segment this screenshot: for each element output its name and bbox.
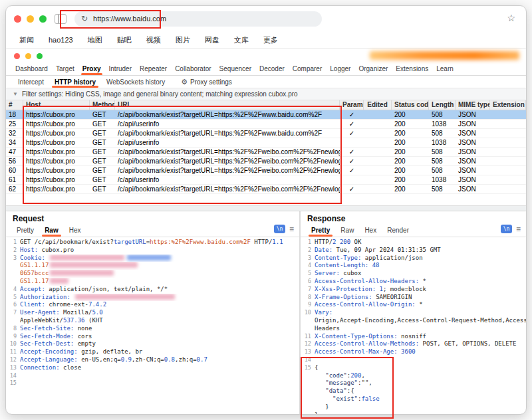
- response-tab-raw[interactable]: Raw: [335, 225, 359, 237]
- address-bar[interactable]: ↻ https://www.baidu.com: [74, 11, 322, 27]
- col-host[interactable]: Host: [23, 100, 90, 110]
- tab-logger[interactable]: Logger: [326, 64, 354, 75]
- col-length[interactable]: Length: [429, 100, 456, 110]
- request-tab-hex[interactable]: Hex: [64, 225, 86, 237]
- request-code[interactable]: 1GET /c/api/bookmark/exist?targetURL=htt…: [6, 237, 299, 414]
- cell-status-code: 200: [392, 129, 429, 138]
- burp-zoom-button[interactable]: [37, 53, 43, 59]
- tab-repeater[interactable]: Repeater: [136, 64, 171, 75]
- editor-menu-icon[interactable]: ≡: [516, 225, 521, 233]
- url-text[interactable]: https://www.baidu.com: [93, 15, 166, 23]
- col-edited[interactable]: Edited: [364, 100, 392, 110]
- line-content: {: [315, 364, 526, 372]
- burp-minimize-button[interactable]: [25, 53, 31, 59]
- line-content: GET /c/api/bookmark/exist?targetURL=http…: [20, 239, 299, 247]
- line-number: 15: [6, 379, 20, 387]
- subtab-http-history[interactable]: HTTP history: [49, 77, 101, 88]
- request-tab-raw[interactable]: Raw: [39, 225, 64, 237]
- http-history-row[interactable]: 25https://cubox.proGET/c/api/userinfo✓20…: [6, 120, 526, 129]
- request-tab-pretty[interactable]: Pretty: [11, 225, 39, 237]
- sidebar-toggle-icon[interactable]: [55, 14, 66, 24]
- proxy-settings-button[interactable]: ⚙Proxy settings: [181, 78, 232, 88]
- response-tab-hex[interactable]: Hex: [359, 225, 382, 237]
- bookmark-item[interactable]: 文库: [234, 35, 249, 45]
- http-history-row[interactable]: 18https://cubox.proGET/c/api/bookmark/ex…: [6, 110, 526, 120]
- col-method[interactable]: Method: [90, 100, 115, 110]
- tab-organizer[interactable]: Organizer: [354, 64, 392, 75]
- tab-extensions[interactable]: Extensions: [392, 64, 432, 75]
- cell-params: ✓: [340, 120, 364, 128]
- cell-params: ✓: [340, 129, 364, 138]
- line-content: X-Xss-Protection: 1; mode=block: [315, 286, 526, 294]
- tab-target[interactable]: Target: [52, 64, 78, 75]
- tab-sequencer[interactable]: Sequencer: [215, 64, 255, 75]
- bookmark-item[interactable]: 新闻: [19, 35, 34, 45]
- gear-icon: ⚙: [181, 78, 188, 86]
- bookmark-item[interactable]: 贴吧: [117, 35, 132, 45]
- tab-decoder[interactable]: Decoder: [255, 64, 289, 75]
- editor-menu-icon[interactable]: ≡: [289, 225, 294, 233]
- bookmark-item[interactable]: 更多: [263, 35, 278, 45]
- http-history-row[interactable]: 56https://cubox.proGET/c/api/bookmark/ex…: [6, 157, 526, 166]
- http-history-table: #HostMethodURLParamsEditedStatus codeLen…: [6, 100, 526, 205]
- cell-method: GET: [90, 129, 115, 138]
- http-history-row[interactable]: 34https://cubox.proGET/c/api/userinfo200…: [6, 138, 526, 148]
- tab-proxy[interactable]: Proxy: [78, 64, 105, 75]
- line-number: 5: [6, 294, 20, 302]
- code-token: {: [315, 364, 318, 371]
- http-history-row[interactable]: 61https://cubox.proGET/c/api/userinfo200…: [6, 175, 526, 185]
- line-number: [301, 411, 315, 414]
- line-number: 14: [6, 372, 20, 380]
- col-mime-type[interactable]: MIME type: [456, 100, 490, 110]
- http-history-row[interactable]: 62https://cubox.proGET/c/api/bookmark/ex…: [6, 185, 526, 194]
- tab-dashboard[interactable]: Dashboard: [11, 64, 52, 75]
- cell-extension: [490, 120, 526, 128]
- burp-close-button[interactable]: [14, 53, 20, 59]
- bookmark-item[interactable]: 图片: [176, 35, 190, 45]
- filter-settings-bar[interactable]: ▼ Filter settings: Hiding CSS, image and…: [6, 88, 526, 100]
- tab-intruder[interactable]: Intruder: [105, 64, 136, 75]
- response-tab-render[interactable]: Render: [382, 225, 414, 237]
- line-number: [6, 278, 20, 286]
- code-line: 12Accept-Language: en-US,en;q=0.9,zh-CN;…: [6, 356, 299, 364]
- wrap-lines-icon[interactable]: \n: [274, 225, 285, 233]
- tab-comparer[interactable]: Comparer: [289, 64, 326, 75]
- bookmark-item[interactable]: 视频: [146, 35, 161, 45]
- line-content: Authorization:: [20, 294, 299, 302]
- subtab-intercept[interactable]: Intercept: [13, 77, 49, 88]
- code-token: 0.7: [197, 356, 207, 363]
- horizontal-splitter[interactable]: [6, 205, 526, 211]
- http-history-row[interactable]: 60https://cubox.proGET/c/api/bookmark/ex…: [6, 166, 526, 175]
- code-line: Headers: [301, 325, 526, 333]
- cell-params: [340, 175, 364, 184]
- http-history-row[interactable]: 47https://cubox.proGET/c/api/bookmark/ex…: [6, 148, 526, 157]
- col-url[interactable]: URL: [115, 100, 340, 110]
- http-history-row[interactable]: 32https://cubox.proGET/c/api/bookmark/ex…: [6, 129, 526, 138]
- bookmark-item[interactable]: hao123: [49, 36, 73, 44]
- tab-learn[interactable]: Learn: [432, 64, 458, 75]
- cell-host: https://cubox.pro: [23, 166, 90, 175]
- zoom-window-button[interactable]: [39, 15, 47, 23]
- subtab-websockets-history[interactable]: WebSockets history: [101, 77, 170, 88]
- close-window-button[interactable]: [14, 15, 21, 23]
- minimize-window-button[interactable]: [27, 15, 34, 23]
- response-tab-pretty[interactable]: Pretty: [306, 225, 335, 237]
- col-num[interactable]: #: [6, 100, 23, 110]
- code-line: 8Sec-Fetch-Site: none: [6, 325, 299, 333]
- cell-mime-type: JSON: [456, 166, 490, 175]
- code-token: cors: [78, 333, 92, 340]
- reload-icon[interactable]: ↻: [81, 15, 88, 23]
- col-params[interactable]: Params: [340, 100, 364, 110]
- response-code[interactable]: 1HTTP/2 200 OK2Date: Tue, 09 Apr 2024 01…: [301, 237, 526, 414]
- bookmark-star-icon[interactable]: ☆: [507, 13, 515, 23]
- code-token: 200: [340, 239, 350, 245]
- line-number: 1: [6, 239, 20, 247]
- bookmark-item[interactable]: 网盘: [205, 35, 219, 45]
- code-token: 0657bccc: [20, 270, 49, 276]
- col-status-code[interactable]: Status code: [392, 100, 429, 110]
- code-line: 11Accept-Encoding: gzip, deflate, br: [6, 348, 299, 356]
- wrap-lines-icon[interactable]: \n: [501, 225, 512, 233]
- tab-collaborator[interactable]: Collaborator: [171, 64, 215, 75]
- bookmark-item[interactable]: 地图: [88, 35, 102, 45]
- col-extension[interactable]: Extension: [490, 100, 526, 110]
